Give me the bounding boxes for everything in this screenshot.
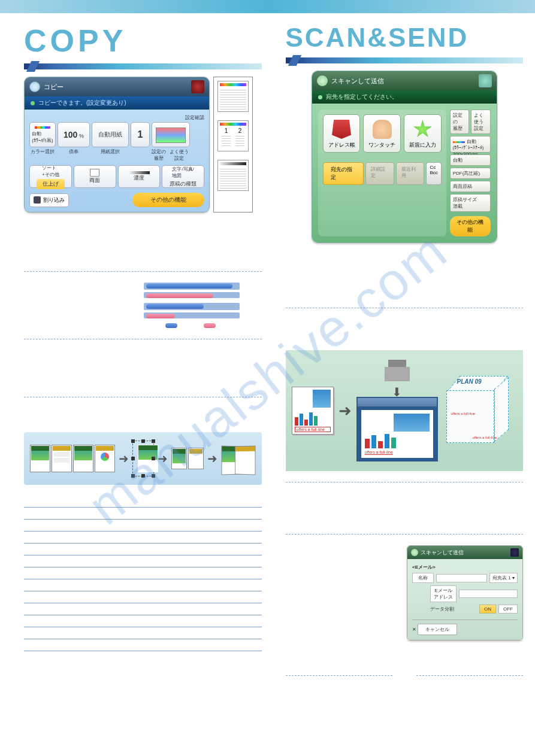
other-functions-button[interactable]: その他の機能 — [132, 193, 204, 207]
preview-color-single — [217, 81, 249, 112]
powerpoint-window: offers a full-line — [356, 397, 438, 462]
name-label: 名称 — [412, 573, 434, 583]
email-form-subtitle: <Eメール> — [412, 564, 518, 570]
legend-pink — [204, 322, 218, 328]
interrupt-button[interactable]: 割り込み — [29, 193, 69, 207]
addressbook-select[interactable]: 宛先表 1 ▾ — [489, 573, 518, 583]
copy-heading: COPY — [24, 23, 262, 59]
paper-label[interactable]: 用紙選択 — [92, 148, 129, 162]
side-duplex[interactable]: 両面原稿 — [450, 181, 491, 192]
copy-panel-title: コピー — [44, 83, 64, 92]
duplex-tile[interactable]: 両面 — [74, 165, 116, 188]
comparison-chart — [144, 283, 240, 328]
recent-button: 最近利用 — [396, 162, 425, 185]
side-color-mode[interactable]: 自動 (ｶﾗｰ/ｸﾞﾚｰｽｹｰﾙ)300x300dpi — [450, 136, 491, 153]
crop-box — [132, 441, 154, 476]
ooxml-flow: offers a full-line ➜ ⬇ offers a full-lin… — [286, 350, 524, 471]
side-format[interactable]: PDF(高圧縮) — [450, 168, 491, 179]
preview-gray — [217, 160, 249, 191]
star-icon — [413, 120, 432, 139]
arrow-right-icon: ➜ — [158, 451, 168, 466]
one-touch-button[interactable]: ワンタッチ — [363, 114, 401, 153]
split-on-button[interactable]: ON — [479, 605, 496, 614]
address-book-icon — [332, 120, 351, 139]
finish-tile[interactable]: ソート +その他仕上げ — [29, 165, 72, 188]
hand-icon — [373, 120, 392, 139]
scan-panel-title: スキャンして送信 — [331, 77, 384, 86]
cube-icon[interactable] — [510, 548, 519, 557]
destination-button[interactable]: 宛先の指定 — [323, 162, 364, 185]
paper-tile[interactable]: 自動用紙 — [92, 122, 129, 147]
favorite-label[interactable]: よく使う 設定 — [170, 148, 189, 162]
accent-bar — [286, 57, 524, 63]
detail-button: 詳細設定 — [365, 162, 394, 185]
top-gradient-bar — [268, 0, 536, 13]
copy-panel: コピー コピーできます。(設定変更あり) 設定確認 自動 (ｶﾗｰ/白黒) 10… — [24, 77, 210, 212]
arrow-right-icon: ➜ — [338, 402, 352, 420]
ratio-label[interactable]: 倍率 — [58, 148, 90, 162]
printer-icon — [382, 360, 412, 387]
top-gradient-bar — [0, 0, 268, 13]
cube-icon[interactable] — [479, 74, 492, 87]
copy-status: コピーできます。(設定変更あり) — [25, 96, 209, 110]
side-favorite[interactable]: よく使う 設定 — [471, 110, 491, 134]
color-label[interactable]: カラー選択 — [29, 148, 56, 162]
ratio-tile[interactable]: 100 % — [58, 122, 90, 147]
original-type-tile[interactable]: 文字/写真/ 地図原稿の種類 — [162, 165, 204, 188]
arrow-down-icon: ⬇ — [392, 388, 402, 396]
cancel-button[interactable]: キャンセル — [418, 624, 457, 635]
copy-panel-titlebar: コピー — [25, 77, 209, 96]
preview-sidebar: 12 — [213, 77, 253, 212]
email-form: スキャンして送信 <Eメール> 名称 宛先表 1 ▾ Eメール アドレス データ… — [407, 545, 523, 640]
scan-heading: SCAN&SEND — [286, 23, 524, 53]
booklet-workflow: ➜ ➜ ➜ — [24, 432, 262, 485]
cc-bcc-button[interactable]: Cc Bcc — [426, 162, 441, 185]
cube-icon[interactable] — [191, 80, 204, 93]
side-history[interactable]: 設定の 履歴 — [450, 110, 470, 134]
name-input[interactable] — [436, 574, 487, 582]
confirm-label: 設定確認 — [29, 114, 204, 121]
scan-panel-titlebar: スキャンして送信 — [312, 71, 497, 90]
address-input[interactable] — [459, 590, 518, 598]
page-icon — [90, 169, 99, 177]
confirm-tile[interactable] — [152, 122, 190, 147]
split-label: データ分割 — [430, 606, 454, 612]
legend-blue — [165, 322, 180, 328]
side-mixed[interactable]: 原稿サイズ 混載 — [450, 194, 491, 212]
address-label: Eメール アドレス — [430, 585, 457, 602]
side-size[interactable]: 自動 — [450, 154, 491, 166]
history-label[interactable]: 設定の 履歴 — [152, 148, 166, 162]
accent-bar — [24, 63, 262, 69]
paper-document-thumb: offers a full-line — [292, 387, 334, 435]
email-form-title: スキャンして送信 — [407, 546, 522, 559]
globe-icon — [29, 81, 40, 92]
ruled-lines — [24, 496, 262, 651]
plan-cube: PLAN 09 offers a full-line offers a full… — [446, 376, 509, 445]
copies-tile[interactable]: 1 — [131, 122, 150, 147]
cancel-x[interactable]: ✕ — [412, 627, 416, 632]
split-off-button[interactable]: OFF — [498, 605, 518, 614]
leaf-icon — [317, 75, 328, 86]
scan-panel: スキャンして送信 宛先を指定してください。 アドレス帳 ワンタッチ 新規に入力 … — [312, 71, 497, 243]
address-book-button[interactable]: アドレス帳 — [323, 114, 361, 153]
scan-status: 宛先を指定してください。 — [312, 90, 497, 104]
arrow-right-icon: ➜ — [207, 451, 217, 466]
color-mode-tile[interactable]: 自動 (ｶﾗｰ/白黒) — [29, 122, 56, 147]
preview-color-2up: 12 — [217, 120, 249, 151]
side-other-button[interactable]: その他の機能 — [450, 216, 491, 236]
booklet-icon — [221, 442, 255, 475]
density-tile[interactable]: 濃度 — [118, 165, 161, 188]
arrow-right-icon: ➜ — [119, 451, 129, 466]
new-destination-button[interactable]: 新規に入力 — [404, 114, 442, 153]
